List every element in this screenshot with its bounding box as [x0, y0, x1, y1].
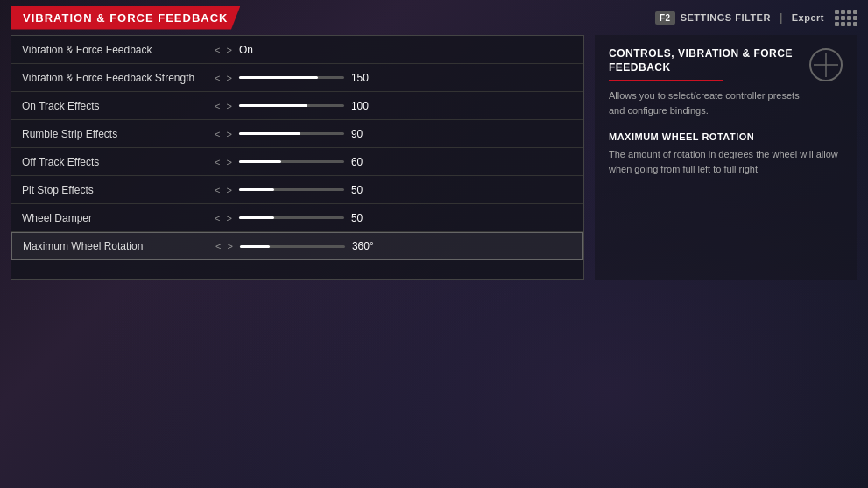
- grid-cell: [841, 16, 845, 20]
- header: VIBRATION & FORCE FEEDBACK F2 SETTINGS F…: [0, 0, 868, 35]
- main-content: Vibration & Force Feedback< >OnVibration…: [0, 35, 868, 479]
- row-control: < >90: [215, 128, 573, 140]
- slider-bar[interactable]: [239, 76, 344, 79]
- row-label: Wheel Damper: [22, 212, 215, 224]
- arrow-left-right[interactable]: < >: [215, 129, 232, 139]
- row-label: Vibration & Force Feedback: [22, 44, 215, 56]
- row-control: < >50: [215, 212, 573, 224]
- slider-bar[interactable]: [239, 104, 344, 107]
- settings-row[interactable]: Wheel Damper< >50: [11, 204, 583, 232]
- settings-row[interactable]: Pit Stop Effects< >50: [11, 176, 583, 204]
- arrow-left-right[interactable]: < >: [215, 213, 232, 223]
- row-control: < >On: [215, 44, 573, 56]
- slider-bar[interactable]: [239, 132, 344, 135]
- settings-row[interactable]: Rumble Strip Effects< >90: [11, 120, 583, 148]
- info-panel: CONTROLS, VIBRATION & FORCE FEEDBACK All…: [595, 35, 857, 280]
- row-control: < >50: [215, 184, 573, 196]
- settings-filter-label: SETTINGS FILTER: [681, 12, 771, 23]
- slider-bar[interactable]: [239, 160, 344, 163]
- settings-row[interactable]: Vibration & Force Feedback Strength< >15…: [11, 64, 583, 92]
- settings-row[interactable]: Off Track Effects< >60: [11, 148, 583, 176]
- header-right: F2 SETTINGS FILTER | Expert: [655, 10, 857, 26]
- settings-row[interactable]: On Track Effects< >100: [11, 92, 583, 120]
- controller-icon: [808, 47, 843, 82]
- row-value: 50: [351, 212, 386, 224]
- slider-fill: [239, 132, 300, 135]
- row-label: Rumble Strip Effects: [22, 128, 215, 140]
- row-label: Off Track Effects: [22, 156, 215, 168]
- grid-icon[interactable]: [835, 10, 857, 26]
- grid-cell: [835, 16, 839, 20]
- slider-bar[interactable]: [239, 188, 344, 191]
- row-value: 150: [351, 72, 386, 84]
- settings-row[interactable]: Vibration & Force Feedback< >On: [11, 36, 583, 64]
- grid-cell: [841, 10, 845, 14]
- grid-cell: [835, 10, 839, 14]
- grid-cell: [841, 22, 845, 26]
- row-value: 100: [351, 100, 386, 112]
- row-value: 360°: [352, 240, 387, 252]
- row-label: On Track Effects: [22, 100, 215, 112]
- slider-bar[interactable]: [239, 216, 344, 219]
- settings-filter[interactable]: F2 SETTINGS FILTER | Expert: [655, 11, 824, 25]
- grid-cell: [853, 16, 857, 20]
- row-control: < >100: [215, 100, 573, 112]
- slider-fill: [239, 160, 281, 163]
- row-control: < >60: [215, 156, 573, 168]
- row-value: 60: [351, 156, 386, 168]
- grid-cell: [847, 16, 851, 20]
- section-title: VIBRATION & FORCE FEEDBACK: [11, 6, 240, 30]
- row-control: < >360°: [215, 240, 572, 252]
- filter-divider: |: [780, 11, 783, 24]
- row-label: Maximum Wheel Rotation: [23, 240, 215, 252]
- arrow-left-right[interactable]: < >: [215, 101, 232, 111]
- arrow-left-right[interactable]: < >: [215, 45, 232, 55]
- grid-cell: [847, 10, 851, 14]
- slider-fill: [239, 188, 274, 191]
- info-divider: [609, 80, 723, 81]
- arrow-left-right[interactable]: < >: [215, 73, 232, 83]
- row-value: 90: [351, 128, 386, 140]
- slider-bar[interactable]: [240, 245, 345, 248]
- arrow-left-right[interactable]: < >: [215, 185, 232, 195]
- row-label: Vibration & Force Feedback Strength: [22, 72, 215, 84]
- settings-row[interactable]: Maximum Wheel Rotation< >360°: [11, 232, 583, 260]
- info-description: Allows you to select/create controller p…: [609, 88, 800, 117]
- slider-fill: [239, 104, 307, 107]
- expert-label: Expert: [792, 12, 824, 23]
- arrow-left-right[interactable]: < >: [215, 157, 232, 167]
- info-sub-title: MAXIMUM WHEEL ROTATION: [609, 131, 843, 142]
- slider-fill: [239, 76, 318, 79]
- slider-fill: [239, 216, 274, 219]
- grid-cell: [835, 22, 839, 26]
- f2-badge: F2: [655, 11, 675, 25]
- row-value: On: [239, 44, 274, 56]
- arrow-left-right[interactable]: < >: [215, 241, 233, 251]
- slider-fill: [240, 245, 270, 248]
- grid-cell: [853, 10, 857, 14]
- row-value: 50: [351, 184, 386, 196]
- settings-panel: Vibration & Force Feedback< >OnVibration…: [11, 35, 584, 280]
- grid-cell: [853, 22, 857, 26]
- grid-cell: [847, 22, 851, 26]
- info-sub-description: The amount of rotation in degrees the wh…: [609, 147, 843, 176]
- row-control: < >150: [215, 72, 573, 84]
- row-label: Pit Stop Effects: [22, 184, 215, 196]
- info-main-title: CONTROLS, VIBRATION & FORCE FEEDBACK: [609, 47, 800, 74]
